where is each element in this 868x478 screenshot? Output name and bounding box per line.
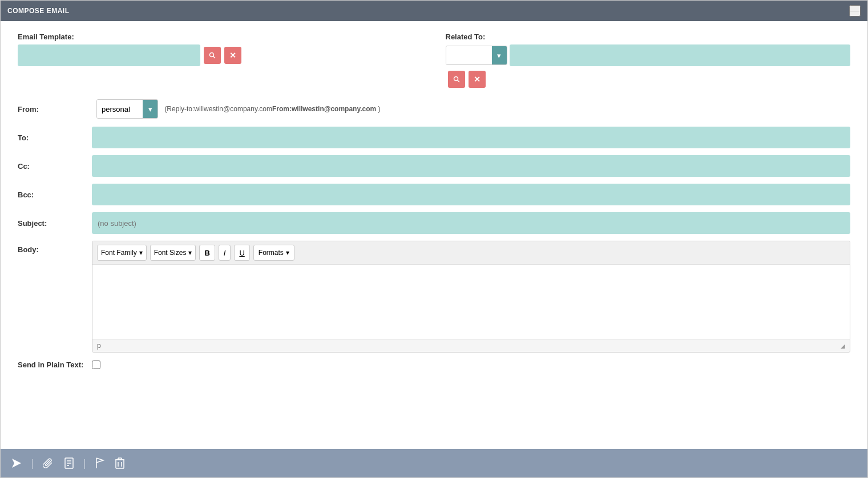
send-button[interactable]: [10, 456, 23, 470]
chevron-down-icon: ▾: [497, 51, 501, 60]
to-input[interactable]: [92, 127, 850, 148]
related-to-label: Related To:: [446, 33, 851, 41]
formats-dropdown[interactable]: Formats ▾: [253, 245, 294, 261]
search-icon: [209, 52, 216, 59]
bcc-row: Bcc:: [18, 184, 850, 205]
body-status-text: p: [97, 342, 101, 350]
related-type-dropdown-btn[interactable]: ▾: [492, 46, 507, 65]
from-label: From:: [18, 105, 92, 114]
footer-toolbar: | |: [1, 449, 867, 477]
email-template-label: Email Template:: [18, 33, 423, 41]
cc-input[interactable]: [92, 155, 850, 177]
email-template-section: Email Template: ✕: [18, 33, 423, 88]
body-content-area[interactable]: [92, 265, 850, 339]
svg-line-1: [213, 56, 216, 59]
related-type-wrap: ▾: [446, 46, 507, 65]
underline-button[interactable]: U: [234, 245, 249, 261]
plain-text-row: Send in Plain Text:: [18, 360, 850, 369]
svg-rect-10: [116, 460, 124, 468]
plain-text-label: Send in Plain Text:: [18, 360, 92, 369]
search-icon: [453, 76, 460, 83]
body-editor: Font Family ▾ Font Sizes ▾ B I U Formats…: [92, 241, 850, 353]
font-sizes-label: Font Sizes: [154, 249, 187, 257]
from-dropdown-btn[interactable]: ▾: [143, 99, 158, 119]
cc-row: Cc:: [18, 155, 850, 177]
from-select-wrap: personal ▾: [96, 99, 158, 119]
subject-input[interactable]: [92, 212, 850, 234]
email-template-input[interactable]: [18, 44, 200, 66]
cc-label: Cc:: [18, 162, 92, 171]
bold-button[interactable]: B: [199, 245, 215, 261]
chevron-down-icon: ▾: [148, 105, 152, 114]
chevron-down-icon: ▾: [286, 249, 289, 257]
resize-handle-icon: ◢: [841, 343, 845, 349]
close-icon: ✕: [229, 51, 236, 60]
from-strong: From:willwestin@company.com: [272, 105, 376, 113]
minimize-button[interactable]: —: [849, 5, 861, 17]
to-row: To:: [18, 127, 850, 148]
from-row: From: personal ▾ (Reply-to:willwestin@co…: [18, 99, 850, 119]
delete-icon: [115, 457, 124, 469]
body-label: Body:: [18, 241, 92, 254]
related-btn-search[interactable]: [448, 71, 465, 88]
related-to-input[interactable]: [510, 44, 851, 66]
template-btn-clear[interactable]: ✕: [224, 47, 241, 64]
top-row: Email Template: ✕ Related To:: [18, 33, 850, 88]
from-select[interactable]: personal: [97, 100, 143, 118]
from-email-info: (Reply-to:willwestin@company.comFrom:wil…: [163, 105, 381, 113]
subject-row: Subject:: [18, 212, 850, 234]
related-to-section: Related To: ▾: [446, 33, 851, 88]
compose-email-window: COMPOSE EMAIL — Email Template:: [0, 0, 868, 478]
window-title: COMPOSE EMAIL: [7, 7, 70, 15]
subject-label: Subject:: [18, 219, 92, 228]
svg-point-0: [210, 53, 214, 57]
svg-point-2: [454, 77, 458, 81]
delete-button[interactable]: [114, 456, 126, 470]
close-icon: ✕: [474, 75, 481, 84]
titlebar: COMPOSE EMAIL —: [1, 1, 867, 21]
separator-1: |: [31, 457, 34, 469]
chevron-down-icon: ▾: [139, 249, 143, 257]
template-input-row: ✕: [18, 44, 423, 66]
template-btn-search[interactable]: [204, 47, 221, 64]
body-row: Body: Font Family ▾ Font Sizes ▾ B I U: [18, 241, 850, 353]
italic-button[interactable]: I: [219, 245, 231, 261]
svg-marker-4: [12, 459, 21, 468]
notes-icon: [64, 457, 74, 469]
font-family-label: Font Family: [101, 249, 137, 257]
attach-icon: [43, 457, 54, 469]
related-buttons: ✕: [448, 71, 851, 88]
bcc-input[interactable]: [92, 184, 850, 205]
flag-icon: [95, 457, 105, 469]
attach-button[interactable]: [42, 456, 55, 470]
related-btn-clear[interactable]: ✕: [469, 71, 486, 88]
plain-text-checkbox[interactable]: [92, 360, 100, 369]
related-input-row: ▾: [446, 44, 851, 66]
font-family-dropdown[interactable]: Font Family ▾: [97, 245, 147, 261]
bcc-label: Bcc:: [18, 191, 92, 199]
separator-2: |: [83, 457, 86, 469]
body-status-bar: p ◢: [92, 339, 850, 352]
formats-label: Formats: [259, 249, 284, 257]
related-type-select[interactable]: [446, 46, 492, 64]
send-icon: [11, 457, 22, 469]
body-toolbar: Font Family ▾ Font Sizes ▾ B I U Formats…: [92, 241, 850, 265]
form-content: Email Template: ✕ Related To:: [1, 21, 867, 449]
chevron-down-icon: ▾: [188, 249, 192, 257]
to-label: To:: [18, 133, 92, 142]
flag-button[interactable]: [94, 456, 106, 470]
svg-line-3: [457, 80, 459, 83]
font-sizes-dropdown[interactable]: Font Sizes ▾: [150, 245, 196, 261]
notes-button[interactable]: [63, 456, 75, 470]
